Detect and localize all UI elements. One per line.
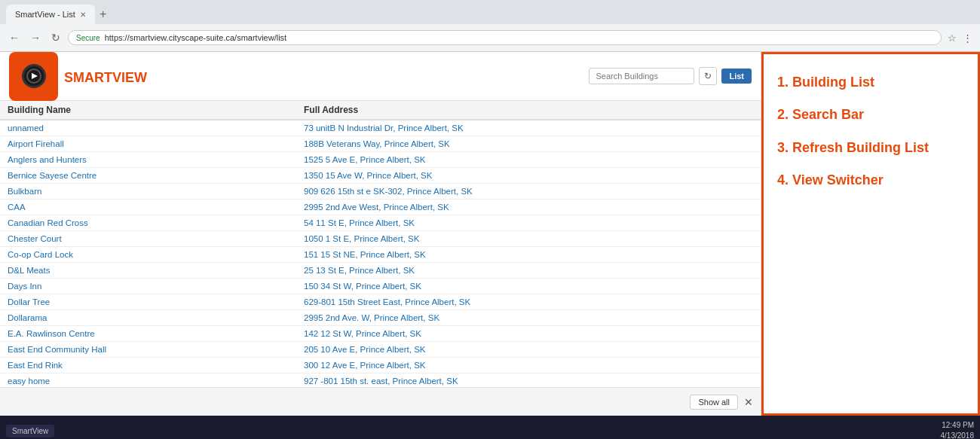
address-cell: 25 13 St E, Prince Albert, SK xyxy=(296,263,761,279)
logo-area: SMARTVIEW xyxy=(9,52,147,101)
toolbar-icons: ☆ ⋮ xyxy=(946,31,974,45)
list-view-btn[interactable]: List xyxy=(721,69,752,84)
table-row[interactable]: CAA 2995 2nd Ave West, Prince Albert, SK xyxy=(0,200,761,215)
table-row[interactable]: Dollar Tree 629-801 15th Street East, Pr… xyxy=(0,294,761,310)
building-name-cell[interactable]: Co-op Card Lock xyxy=(0,247,296,263)
building-name-cell[interactable]: E.A. Rawlinson Centre xyxy=(0,326,296,342)
show-all-btn[interactable]: Show all xyxy=(690,395,738,410)
building-name-cell[interactable]: D&L Meats xyxy=(0,263,296,279)
table-row[interactable]: Dollarama 2995 2nd Ave. W, Prince Albert… xyxy=(0,310,761,326)
address-cell: 2995 2nd Ave West, Prince Albert, SK xyxy=(296,200,761,215)
building-list-table: Building Name Full Address unnamed 73 un… xyxy=(0,101,761,387)
taskbar-left: SmartView xyxy=(6,425,54,437)
tab-title: SmartView - List xyxy=(15,10,75,19)
col-full-address: Full Address xyxy=(296,101,761,120)
building-name-cell[interactable]: Canadian Red Cross xyxy=(0,215,296,231)
address-cell: 909 626 15th st e SK-302, Prince Albert,… xyxy=(296,184,761,200)
address-cell: 300 12 Ave E, Prince Albert, SK xyxy=(296,358,761,373)
building-name-cell[interactable]: East End Rink xyxy=(0,358,296,373)
address-cell: 205 10 Ave E, Prince Albert, SK xyxy=(296,342,761,358)
search-input[interactable] xyxy=(589,68,694,84)
nav-forward-btn[interactable]: → xyxy=(27,30,44,45)
table-header-row: Building Name Full Address xyxy=(0,101,761,120)
active-tab[interactable]: SmartView - List ✕ xyxy=(6,5,95,24)
url-text: https://smartview.cityscape-suite.ca/sma… xyxy=(105,33,286,42)
address-cell: 1350 15 Ave W, Prince Albert, SK xyxy=(296,168,761,184)
annotation-panel: 1. Building List2. Search Bar3. Refresh … xyxy=(761,52,980,416)
table-row[interactable]: Airport Firehall 188B Veterans Way, Prin… xyxy=(0,136,761,152)
table-row[interactable]: East End Community Hall 205 10 Ave E, Pr… xyxy=(0,342,761,358)
logo-icon-inner xyxy=(22,64,46,88)
nav-refresh-btn[interactable]: ↻ xyxy=(48,30,63,45)
building-name-cell[interactable]: Airport Firehall xyxy=(0,136,296,152)
building-name-cell[interactable]: CAA xyxy=(0,200,296,215)
bookmark-btn[interactable]: ☆ xyxy=(946,31,958,45)
address-cell: 629-801 15th Street East, Prince Albert,… xyxy=(296,294,761,310)
refresh-btn[interactable]: ↻ xyxy=(699,67,717,85)
building-name-cell[interactable]: Days Inn xyxy=(0,279,296,294)
address-cell: 927 -801 15th st. east, Prince Albert, S… xyxy=(296,373,761,388)
table-row[interactable]: East End Rink 300 12 Ave E, Prince Alber… xyxy=(0,358,761,373)
building-name-cell[interactable]: East End Community Hall xyxy=(0,342,296,358)
address-cell: 73 unitB N Industrial Dr, Prince Albert,… xyxy=(296,120,761,136)
table-row[interactable]: Bernice Sayese Centre 1350 15 Ave W, Pri… xyxy=(0,168,761,184)
table-row[interactable]: Bulkbarn 909 626 15th st e SK-302, Princ… xyxy=(0,184,761,200)
annotation-item: 4. View Switcher xyxy=(777,164,964,197)
address-cell: 142 12 St W, Prince Albert, SK xyxy=(296,326,761,342)
tab-close-btn[interactable]: ✕ xyxy=(80,11,86,19)
new-tab-btn[interactable]: + xyxy=(95,8,111,21)
annotation-item: 1. Building List xyxy=(777,66,964,99)
header-controls: ↻ List xyxy=(589,67,752,85)
browser-chrome: SmartView - List ✕ + ← → ↻ Secure https:… xyxy=(0,0,980,52)
taskbar-app-item[interactable]: SmartView xyxy=(6,425,54,437)
logo-icon xyxy=(9,52,58,101)
status-close-btn[interactable]: ✕ xyxy=(744,396,753,408)
table-row[interactable]: Co-op Card Lock 151 15 St NE, Prince Alb… xyxy=(0,247,761,263)
building-name-cell[interactable]: Dollarama xyxy=(0,310,296,326)
table-row[interactable]: easy home 927 -801 15th st. east, Prince… xyxy=(0,373,761,388)
building-name-cell[interactable]: Chester Court xyxy=(0,231,296,247)
status-bar: Show all ✕ xyxy=(0,387,761,416)
url-box[interactable]: Secure https://smartview.cityscape-suite… xyxy=(68,30,942,45)
menu-btn[interactable]: ⋮ xyxy=(961,31,974,45)
address-cell: 151 15 St NE, Prince Albert, SK xyxy=(296,247,761,263)
table-row[interactable]: Days Inn 150 34 St W, Prince Albert, SK xyxy=(0,279,761,294)
table-row[interactable]: unnamed 73 unitB N Industrial Dr, Prince… xyxy=(0,120,761,136)
app-area: SMARTVIEW ↻ List Building Name Full Addr… xyxy=(0,52,761,416)
address-cell: 2995 2nd Ave. W, Prince Albert, SK xyxy=(296,310,761,326)
building-name-cell[interactable]: Anglers and Hunters xyxy=(0,152,296,168)
building-name-cell[interactable]: Bernice Sayese Centre xyxy=(0,168,296,184)
address-cell: 188B Veterans Way, Prince Albert, SK xyxy=(296,136,761,152)
table-row[interactable]: D&L Meats 25 13 St E, Prince Albert, SK xyxy=(0,263,761,279)
building-name-cell[interactable]: Dollar Tree xyxy=(0,294,296,310)
col-building-name: Building Name xyxy=(0,101,296,120)
address-cell: 150 34 St W, Prince Albert, SK xyxy=(296,279,761,294)
table-row[interactable]: Canadian Red Cross 54 11 St E, Prince Al… xyxy=(0,215,761,231)
taskbar-time: 12:49 PM 4/13/2018 xyxy=(941,420,975,439)
camera-play-icon xyxy=(26,68,42,84)
app-header: SMARTVIEW ↻ List xyxy=(0,52,761,101)
address-cell: 54 11 St E, Prince Albert, SK xyxy=(296,215,761,231)
tab-bar: SmartView - List ✕ + xyxy=(0,0,980,24)
table-row[interactable]: E.A. Rawlinson Centre 142 12 St W, Princ… xyxy=(0,326,761,342)
building-name-cell[interactable]: Bulkbarn xyxy=(0,184,296,200)
taskbar: SmartView 12:49 PM 4/13/2018 xyxy=(0,416,980,439)
address-cell: 1050 1 St E, Prince Albert, SK xyxy=(296,231,761,247)
building-name-cell[interactable]: easy home xyxy=(0,373,296,388)
table-row[interactable]: Anglers and Hunters 1525 5 Ave E, Prince… xyxy=(0,152,761,168)
address-cell: 1525 5 Ave E, Prince Albert, SK xyxy=(296,152,761,168)
nav-back-btn[interactable]: ← xyxy=(6,30,23,45)
table-row[interactable]: Chester Court 1050 1 St E, Prince Albert… xyxy=(0,231,761,247)
address-bar: ← → ↻ Secure https://smartview.cityscape… xyxy=(0,24,980,51)
building-name-cell[interactable]: unnamed xyxy=(0,120,296,136)
logo-text: SMARTVIEW xyxy=(64,70,147,86)
annotation-item: 3. Refresh Building List xyxy=(777,132,964,164)
secure-badge: Secure xyxy=(76,34,100,42)
annotation-item: 2. Search Bar xyxy=(777,99,964,131)
